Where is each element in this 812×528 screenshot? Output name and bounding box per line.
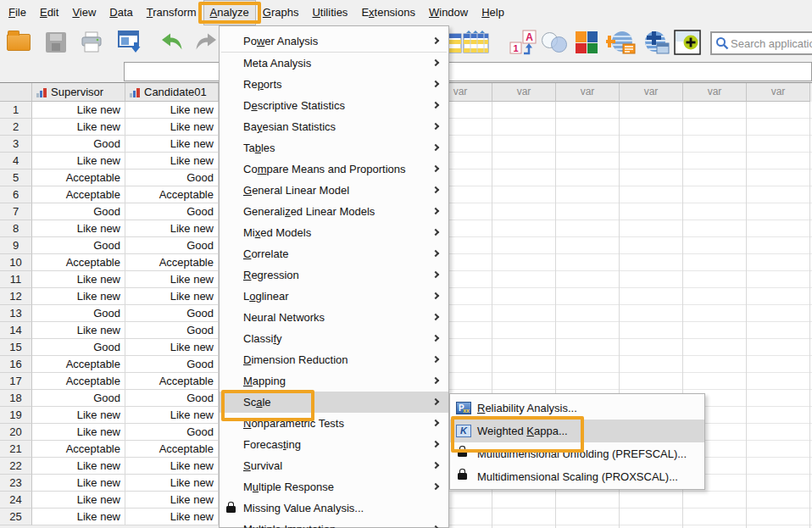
menu-utilities[interactable]: Utilities (305, 0, 354, 25)
cell-supervisor[interactable]: Like new (32, 458, 125, 475)
column-header-candidate01[interactable]: Candidate01 (125, 83, 219, 102)
menu-item-dimension-reduction[interactable]: Dimension Reduction (220, 349, 448, 370)
custom-dialogs-icon[interactable] (639, 29, 671, 56)
cell-candidate01[interactable]: Like new (125, 407, 219, 424)
cell-supervisor[interactable]: Acceptable (32, 373, 125, 390)
row-number[interactable]: 24 (0, 492, 32, 509)
cell-supervisor[interactable]: Like new (32, 322, 125, 339)
cell-candidate01[interactable]: Acceptable (125, 441, 219, 458)
menu-extensions[interactable]: Extensions (354, 0, 422, 25)
menu-file[interactable]: File (2, 0, 33, 25)
menu-item-bayesian-statistics[interactable]: Bayesian Statistics (220, 116, 448, 137)
row-number[interactable]: 5 (0, 170, 32, 186)
menu-item-nonparametric-tests[interactable]: Nonparametric Tests (220, 413, 448, 434)
cell-supervisor[interactable]: Like new (32, 102, 125, 119)
cell-candidate01[interactable]: Acceptable (125, 254, 219, 271)
row-number[interactable]: 13 (0, 305, 32, 322)
menu-view[interactable]: View (65, 0, 103, 25)
row-number[interactable]: 2 (0, 119, 32, 136)
cell-candidate01[interactable]: Acceptable (125, 186, 219, 203)
menu-item-meta-analysis[interactable]: Meta Analysis (220, 53, 448, 74)
cell-candidate01[interactable]: Like new (125, 102, 219, 119)
row-number[interactable]: 8 (0, 220, 32, 237)
var-column-header[interactable]: var (683, 83, 747, 102)
cell-supervisor[interactable]: Acceptable (32, 441, 125, 458)
print-icon[interactable] (78, 29, 105, 56)
cell-candidate01[interactable]: Like new (125, 136, 219, 153)
menu-transform[interactable]: Transform (140, 0, 203, 25)
menu-item-regression[interactable]: Regression (220, 264, 448, 286)
cell-candidate01[interactable]: Like new (125, 492, 219, 509)
extensions-hub-icon[interactable] (673, 29, 702, 56)
save-icon[interactable] (42, 29, 70, 56)
row-number[interactable]: 1 (0, 102, 32, 119)
cell-supervisor[interactable]: Like new (32, 119, 125, 136)
row-number[interactable]: 9 (0, 237, 32, 254)
row-number[interactable]: 11 (0, 271, 32, 288)
cell-supervisor[interactable]: Acceptable (32, 186, 125, 203)
cell-supervisor[interactable]: Like new (32, 509, 125, 525)
cell-candidate01[interactable]: Like new (125, 339, 219, 356)
row-number[interactable]: 22 (0, 458, 32, 475)
cell-supervisor[interactable]: Good (32, 390, 125, 407)
cell-candidate01[interactable]: Like new (125, 271, 219, 288)
value-labels-icon[interactable]: A 1 (509, 29, 539, 56)
search-input[interactable] (729, 36, 812, 51)
submenu-item-multidimensional-unfolding-prefscal[interactable]: Multidimensional Unfolding (PREFSCAL)... (450, 442, 704, 465)
custom-tables-icon[interactable] (605, 29, 637, 56)
cell-supervisor[interactable]: Good (32, 237, 125, 254)
cell-supervisor[interactable]: Like new (32, 475, 125, 492)
submenu-item-weighted-kappa[interactable]: KWeighted Kappa... (450, 420, 704, 442)
menu-item-descriptive-statistics[interactable]: Descriptive Statistics (220, 95, 448, 116)
cell-candidate01[interactable]: Like new (125, 475, 219, 492)
row-number[interactable]: 18 (0, 390, 32, 407)
search-box[interactable] (710, 31, 812, 55)
menu-item-loglinear[interactable]: Loglinear (220, 286, 448, 307)
cell-candidate01[interactable]: Good (125, 390, 219, 407)
menu-data[interactable]: Data (103, 0, 139, 25)
row-number[interactable]: 16 (0, 356, 32, 373)
menu-item-compare-means-and-proportions[interactable]: Compare Means and Proportions (220, 158, 448, 180)
var-column-header[interactable]: var (492, 83, 556, 102)
menu-item-forecasting[interactable]: Forecasting (220, 434, 448, 455)
select-cases-icon[interactable] (541, 29, 568, 56)
row-number[interactable]: 14 (0, 322, 32, 339)
row-number[interactable]: 10 (0, 254, 32, 271)
cell-supervisor[interactable]: Like new (32, 407, 125, 424)
cell-candidate01[interactable]: Like new (125, 509, 219, 525)
row-number[interactable]: 20 (0, 424, 32, 441)
submenu-item-multidimensional-scaling-proxscal[interactable]: Multidimensional Scaling (PROXSCAL)... (450, 465, 704, 488)
menu-item-multiple-imputation[interactable]: Multiple Imputation (220, 519, 448, 528)
cell-supervisor[interactable]: Good (32, 203, 125, 220)
cell-supervisor[interactable]: Acceptable (32, 170, 125, 186)
var-column-header[interactable]: var (747, 83, 810, 102)
cell-candidate01[interactable]: Good (125, 237, 219, 254)
row-number[interactable]: 19 (0, 407, 32, 424)
cell-candidate01[interactable]: Good (125, 203, 219, 220)
cell-candidate01[interactable]: Good (125, 170, 219, 186)
cell-supervisor[interactable]: Like new (32, 153, 125, 170)
menu-item-mapping[interactable]: Mapping (220, 370, 448, 392)
redo-icon[interactable] (193, 29, 220, 56)
row-number[interactable]: 4 (0, 153, 32, 170)
column-header-supervisor[interactable]: Supervisor (32, 83, 125, 102)
menu-item-missing-value-analysis[interactable]: Missing Value Analysis... (220, 497, 448, 519)
menu-item-tables[interactable]: Tables (220, 137, 448, 158)
var-column-header[interactable]: var (556, 83, 620, 102)
menu-item-generalized-linear-models[interactable]: Generalized Linear Models (220, 201, 448, 222)
menu-analyze[interactable]: Analyze (203, 0, 256, 25)
row-number[interactable]: 15 (0, 339, 32, 356)
cell-candidate01[interactable]: Good (125, 322, 219, 339)
cell-supervisor[interactable]: Good (32, 136, 125, 153)
grid-corner-cell[interactable] (0, 83, 32, 102)
menu-item-classify[interactable]: Classify (220, 328, 448, 349)
menu-item-general-linear-model[interactable]: General Linear Model (220, 180, 448, 201)
cell-candidate01[interactable]: Like new (125, 153, 219, 170)
cell-candidate01[interactable]: Good (125, 305, 219, 322)
cell-candidate01[interactable]: Acceptable (125, 373, 219, 390)
cell-candidate01[interactable]: Like new (125, 288, 219, 305)
cell-supervisor[interactable]: Like new (32, 424, 125, 441)
menu-item-power-analysis[interactable]: Power Analysis (220, 31, 448, 52)
cell-supervisor[interactable]: Good (32, 339, 125, 356)
menu-help[interactable]: Help (475, 0, 511, 25)
